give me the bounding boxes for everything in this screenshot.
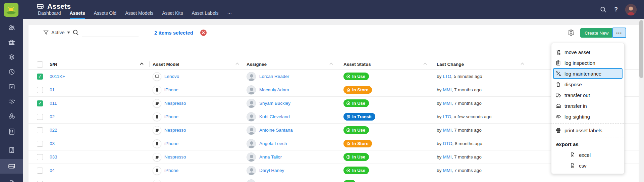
app-logo[interactable] <box>4 3 18 17</box>
changed-by-link[interactable]: LTO <box>443 74 451 79</box>
column-header-asset-status[interactable]: Asset Status <box>339 59 433 70</box>
menu-item-log-sighting[interactable]: log sighting <box>551 111 624 122</box>
menu-item-log-maintenance[interactable]: log maintenance <box>553 68 623 79</box>
assignee-link[interactable]: Antoine Santana <box>259 128 293 133</box>
assignee-link[interactable]: Angela Leech <box>259 141 287 146</box>
menu-item-move-asset[interactable]: move asset <box>551 47 624 57</box>
asset-model-link[interactable]: iPhone <box>164 114 178 119</box>
sort-asc-icon[interactable] <box>140 62 144 65</box>
assignee-link[interactable]: Lorcan Reader <box>259 74 289 79</box>
row-checkbox[interactable] <box>37 127 43 133</box>
asset-model-link[interactable]: iPhone <box>164 168 178 173</box>
column-header-assignee[interactable]: Assignee <box>245 59 339 70</box>
row-checkbox[interactable] <box>37 114 43 120</box>
more-actions-button[interactable]: ••• <box>612 28 626 38</box>
clear-selection-button[interactable] <box>200 30 207 36</box>
table-row[interactable]: 0011KF Lenovo Lorcan Reader In Use byLTO… <box>29 70 639 83</box>
column-header-asset-model[interactable]: Asset Model <box>149 59 245 70</box>
serial-number-link[interactable]: 02 <box>50 114 55 119</box>
row-checkbox[interactable] <box>37 154 43 160</box>
serial-number-link[interactable]: 04 <box>50 168 55 173</box>
sidebar-item-building[interactable] <box>0 143 23 157</box>
menu-item-export-csv[interactable]: CSV csv <box>551 160 624 171</box>
table-row[interactable]: 033 Nespresso Anna Tailor In Use byMMI, … <box>29 150 639 164</box>
menu-item-print-asset-labels[interactable]: print asset labels <box>551 125 624 136</box>
sidebar-item-calendar[interactable] <box>0 79 23 94</box>
asset-model-link[interactable]: Lenovo <box>164 74 179 79</box>
sort-inactive-icon[interactable] <box>520 62 525 65</box>
changed-by-link[interactable]: LTO <box>443 114 451 119</box>
filter-dropdown[interactable]: Active <box>43 30 70 36</box>
menu-item-transfer-in[interactable]: transfer in <box>551 100 624 111</box>
changed-by-link[interactable]: MMI <box>443 128 451 133</box>
sort-inactive-icon[interactable] <box>235 62 239 65</box>
tab-assets-old[interactable]: Assets Old <box>94 10 116 19</box>
row-checkbox[interactable] <box>37 141 43 147</box>
table-search-icon[interactable] <box>72 29 79 36</box>
column-header-last-change[interactable]: Last Change <box>433 59 530 70</box>
create-new-button[interactable]: Create New <box>580 28 613 38</box>
sidebar-item-assets[interactable] <box>0 159 23 174</box>
asset-model-link[interactable]: Nespresso <box>164 101 186 106</box>
user-avatar[interactable] <box>625 4 637 15</box>
sidebar-item-handshake[interactable] <box>0 94 23 109</box>
table-row[interactable]: 03 iPhone Angela Leech In Store byDTO, 8… <box>29 137 639 150</box>
changed-by-link[interactable]: MMI <box>443 168 451 173</box>
changed-by-link[interactable]: MMI <box>443 101 451 106</box>
table-row[interactable]: 02 iPhone Kobi Cleveland In Transit byLT… <box>29 110 639 124</box>
column-header-sn[interactable]: S/N <box>47 59 149 70</box>
serial-number-link[interactable]: 011 <box>50 101 57 106</box>
table-row[interactable] <box>29 177 639 182</box>
help-icon[interactable]: ? <box>614 6 618 13</box>
table-row[interactable]: 01 iPhone Macauly Adam In Store byMMI, 7… <box>29 83 639 97</box>
assignee-link[interactable]: Macauly Adam <box>259 87 289 92</box>
menu-item-dispose[interactable]: dispose <box>551 79 624 90</box>
asset-model-link[interactable]: iPhone <box>164 87 178 92</box>
search-input[interactable] <box>82 29 139 37</box>
sort-inactive-icon[interactable] <box>423 62 427 65</box>
sort-inactive-icon[interactable] <box>329 62 333 65</box>
menu-item-log-inspection[interactable]: log inspection <box>551 57 624 68</box>
gear-icon[interactable] <box>568 29 575 36</box>
scrollbar-thumb[interactable] <box>639 20 643 78</box>
sidebar-item-documents[interactable] <box>0 176 23 182</box>
asset-model-link[interactable]: Nespresso <box>164 128 186 133</box>
vertical-scrollbar[interactable] <box>639 19 644 182</box>
sidebar-item-checklist[interactable] <box>0 124 23 139</box>
tab-assets[interactable]: Assets <box>70 10 85 19</box>
sidebar-item-history[interactable] <box>0 64 23 79</box>
tab-dashboard[interactable]: Dashboard <box>38 10 61 19</box>
table-row[interactable]: 04 iPhone Daryl Haney In Use byMMI, 7 mo… <box>29 164 639 177</box>
asset-model-link[interactable]: Nespresso <box>164 154 186 160</box>
tab-asset-labels[interactable]: Asset Labels <box>192 10 218 19</box>
assignee-link[interactable]: Shyam Buckley <box>259 101 290 106</box>
row-checkbox[interactable] <box>37 100 43 106</box>
serial-number-link[interactable]: 03 <box>50 141 55 146</box>
serial-number-link[interactable]: 022 <box>50 128 57 133</box>
table-row[interactable]: 022 Nespresso Antoine Santana In Use byM… <box>29 124 639 137</box>
changed-by-link[interactable]: MMI <box>443 154 451 160</box>
assignee-link[interactable]: Daryl Haney <box>259 168 284 173</box>
menu-item-transfer-out[interactable]: transfer out <box>551 90 624 100</box>
sidebar-item-layers[interactable] <box>0 50 23 64</box>
changed-by-link[interactable]: DTO <box>443 141 452 146</box>
tab-asset-kits[interactable]: Asset Kits <box>162 10 183 19</box>
row-checkbox[interactable] <box>37 87 43 93</box>
row-checkbox[interactable] <box>37 181 43 182</box>
tab-asset-models[interactable]: Asset Models <box>125 10 153 19</box>
assignee-link[interactable]: Kobi Cleveland <box>259 114 290 119</box>
search-icon[interactable] <box>600 6 607 13</box>
row-checkbox[interactable] <box>37 168 43 174</box>
asset-model-link[interactable]: iPhone <box>164 141 178 146</box>
menu-item-export-excel[interactable]: excel <box>551 149 624 160</box>
assignee-link[interactable]: Anna Tailor <box>259 154 282 160</box>
sidebar-item-users[interactable] <box>0 20 23 35</box>
sidebar-item-bank[interactable] <box>0 35 23 50</box>
select-all-checkbox[interactable] <box>37 61 43 67</box>
serial-number-link[interactable]: 01 <box>50 87 55 92</box>
changed-by-link[interactable]: MMI <box>443 87 451 92</box>
serial-number-link[interactable]: 0011KF <box>50 74 65 79</box>
sidebar-item-cubes[interactable] <box>0 109 23 124</box>
table-row[interactable]: 011 Nespresso Shyam Buckley In Use byMMI… <box>29 97 639 110</box>
serial-number-link[interactable]: 033 <box>50 154 57 160</box>
